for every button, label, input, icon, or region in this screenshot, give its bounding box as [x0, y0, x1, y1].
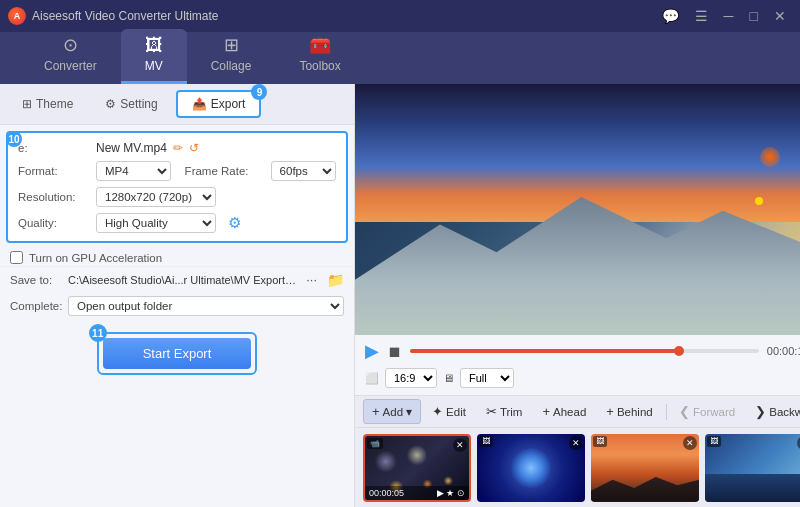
- minimize-button[interactable]: ─: [718, 6, 740, 26]
- toolbox-icon: 🧰: [309, 34, 331, 56]
- stop-button[interactable]: ⏹: [387, 343, 402, 360]
- collage-icon: ⊞: [224, 34, 239, 56]
- app-icon: A: [8, 7, 26, 25]
- tab-mv[interactable]: 🖼 MV: [121, 29, 187, 84]
- chat-button[interactable]: 💬: [656, 6, 685, 26]
- framerate-select[interactable]: 24fps 30fps 60fps: [271, 161, 336, 181]
- menu-button[interactable]: ☰: [689, 6, 714, 26]
- forward-label: Forward: [693, 406, 735, 418]
- complete-label: Complete:: [10, 300, 62, 312]
- thumbnail-strip: 📹 ✕ 00:00:05 ▶ ★ ⊙ 🖼 ✕ 🖼: [355, 427, 800, 507]
- start-export-button[interactable]: Start Export: [103, 338, 252, 369]
- thumb-type-badge-1: 📹: [367, 438, 383, 449]
- complete-select[interactable]: Open output folder Do nothing: [68, 296, 344, 316]
- progress-track[interactable]: [410, 349, 759, 353]
- browse-folder-icon[interactable]: 📁: [327, 272, 344, 288]
- sub-tabs: ⊞ Theme ⚙ Setting 9 📤 Export: [0, 84, 354, 125]
- tab-toolbox-label: Toolbox: [299, 59, 340, 73]
- subtab-export-label: Export: [211, 97, 246, 111]
- save-to-row: Save to: C:\Aiseesoft Studio\Ai...r Ulti…: [0, 266, 354, 292]
- add-button[interactable]: + Add ▾: [363, 399, 421, 424]
- quality-select[interactable]: High Quality Medium Quality Low Quality: [96, 213, 216, 233]
- backward-label: Backward: [769, 406, 800, 418]
- thumb-type-badge-4: 🖼: [707, 436, 721, 447]
- app-title: Aiseesoft Video Converter Ultimate: [32, 9, 219, 23]
- more-options-button[interactable]: ···: [302, 271, 321, 288]
- video-preview: [355, 84, 800, 335]
- format-row: Format: MP4 MKV AVI MOV Frame Rate: 24fp…: [18, 161, 336, 181]
- filename-label: e:: [18, 142, 90, 154]
- forward-icon: ❮: [679, 404, 690, 419]
- thumb-close-1[interactable]: ✕: [453, 438, 467, 452]
- thumb-duration-1: 00:00:05: [369, 488, 404, 498]
- export-arrow-icon: 📤: [192, 97, 207, 111]
- tab-toolbox[interactable]: 🧰 Toolbox: [275, 28, 364, 84]
- progress-thumb: [674, 346, 684, 356]
- format-label: Format:: [18, 165, 90, 177]
- forward-button[interactable]: ❮ Forward: [670, 399, 744, 424]
- trim-button[interactable]: ✂ Trim: [477, 399, 532, 424]
- behind-button[interactable]: + Behind: [597, 399, 661, 424]
- subtab-setting[interactable]: ⚙ Setting: [91, 92, 171, 116]
- thumbnail-item-1[interactable]: 📹 ✕ 00:00:05 ▶ ★ ⊙: [363, 434, 471, 502]
- video-controls: ▶ ⏹ 00:00:17.00/00:00:22.00 🔊 ⬜ 16:9 4:3: [355, 335, 800, 395]
- progress-fill: [410, 349, 679, 353]
- left-panel: ⊞ Theme ⚙ Setting 9 📤 Export 10 e: New M…: [0, 84, 355, 507]
- thumb-type-badge-3: 🖼: [593, 436, 607, 447]
- ahead-icon: +: [542, 404, 550, 419]
- thumbnail-item-4[interactable]: 🖼 ✕: [705, 434, 800, 502]
- backward-button[interactable]: ❯ Backward: [746, 399, 800, 424]
- quality-settings-icon[interactable]: ⚙: [228, 214, 241, 232]
- behind-icon: +: [606, 404, 614, 419]
- screen-mode-icon: 🖥: [443, 372, 454, 384]
- nav-tabs: ⊙ Converter 🖼 MV ⊞ Collage 🧰 Toolbox: [0, 32, 800, 84]
- aspect-ratio-select[interactable]: 16:9 4:3 1:1: [385, 368, 437, 388]
- subtab-theme[interactable]: ⊞ Theme: [8, 92, 87, 116]
- tab-converter[interactable]: ⊙ Converter: [20, 28, 121, 84]
- format-select[interactable]: MP4 MKV AVI MOV: [96, 161, 171, 181]
- mv-icon: 🖼: [145, 35, 163, 56]
- settings-badge-10: 10: [6, 131, 22, 147]
- thumb-type-badge-2: 🖼: [479, 436, 493, 447]
- edit-label: Edit: [446, 406, 466, 418]
- trim-label: Trim: [500, 406, 523, 418]
- filename-reset-icon[interactable]: ↺: [189, 141, 199, 155]
- resolution-label: Resolution:: [18, 191, 90, 203]
- thumb-close-3[interactable]: ✕: [683, 436, 697, 450]
- setting-gear-icon: ⚙: [105, 97, 116, 111]
- start-export-area: 11 Start Export: [0, 320, 354, 387]
- volcano-glow: [760, 147, 780, 167]
- add-dropdown-icon: ▾: [406, 405, 412, 419]
- main-content: ⊞ Theme ⚙ Setting 9 📤 Export 10 e: New M…: [0, 84, 800, 507]
- framerate-label: Frame Rate:: [185, 165, 265, 177]
- edit-button[interactable]: ✦ Edit: [423, 399, 475, 424]
- quality-label: Quality:: [18, 217, 90, 229]
- thumbnail-item-3[interactable]: 🖼 ✕: [591, 434, 699, 502]
- thumb-close-2[interactable]: ✕: [569, 436, 583, 450]
- tab-converter-label: Converter: [44, 59, 97, 73]
- filename-row: 10 e: New MV.mp4 ✏ ↺: [18, 141, 336, 155]
- backward-icon: ❯: [755, 404, 766, 419]
- maximize-button[interactable]: □: [744, 6, 764, 26]
- filename-edit-icon[interactable]: ✏: [173, 141, 183, 155]
- tab-collage-label: Collage: [211, 59, 252, 73]
- tab-collage[interactable]: ⊞ Collage: [187, 28, 276, 84]
- start-export-badge: 11: [89, 324, 107, 342]
- gpu-checkbox[interactable]: [10, 251, 23, 264]
- resolution-select[interactable]: 1920x1080 (1080p) 1280x720 (720p) 854x48…: [96, 187, 216, 207]
- time-display: 00:00:17.00/00:00:22.00: [767, 345, 800, 357]
- close-button[interactable]: ✕: [768, 6, 792, 26]
- screen-mode-select[interactable]: Full Fit Crop: [460, 368, 514, 388]
- trim-scissors-icon: ✂: [486, 404, 497, 419]
- save-to-label: Save to:: [10, 274, 62, 286]
- controls-row1: ▶ ⏹ 00:00:17.00/00:00:22.00 🔊: [365, 340, 800, 362]
- export-settings-box: 10 e: New MV.mp4 ✏ ↺ Format: MP4 MKV AVI…: [6, 131, 348, 243]
- thumb-controls-1: ▶ ★ ⊙: [437, 488, 465, 498]
- export-badge: 9: [251, 84, 267, 100]
- thumbnail-item-2[interactable]: 🖼 ✕: [477, 434, 585, 502]
- subtab-export[interactable]: 9 📤 Export: [176, 90, 262, 118]
- ahead-button[interactable]: + Ahead: [533, 399, 595, 424]
- start-export-outer: 11 Start Export: [97, 332, 258, 375]
- edit-icon: ✦: [432, 404, 443, 419]
- play-button[interactable]: ▶: [365, 340, 379, 362]
